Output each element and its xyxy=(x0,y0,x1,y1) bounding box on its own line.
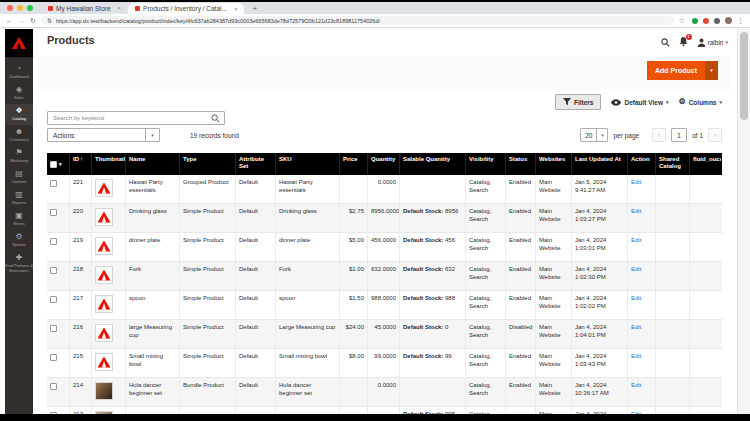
sidebar-item-stores[interactable]: ▣Stores xyxy=(5,209,33,230)
row-checkbox[interactable] xyxy=(50,296,57,303)
column-header-action[interactable]: Action xyxy=(627,153,655,175)
add-product-split-caret[interactable]: ▾ xyxy=(705,61,718,80)
user-menu[interactable]: ralbin ▾ xyxy=(697,38,728,47)
next-page-button[interactable]: › xyxy=(708,128,722,142)
extension-icon[interactable] xyxy=(714,18,720,24)
column-header-fluid-ouces[interactable]: fluid_ouces xyxy=(689,153,721,175)
column-header-visibility[interactable]: Visibility xyxy=(465,153,505,175)
sidebar-item-catalog[interactable]: ❖Catalog xyxy=(5,104,33,125)
filters-button[interactable]: Filters xyxy=(555,94,602,110)
edit-link[interactable]: Edit xyxy=(631,295,641,301)
address-bar[interactable]: ⇅ https://app.dx.test/backend/catalog/pr… xyxy=(41,16,674,25)
column-header-salable-quantity[interactable]: Salable Quantity xyxy=(399,153,465,175)
default-view-button[interactable]: Default View ▾ xyxy=(611,99,668,106)
column-header-price[interactable]: Price xyxy=(339,153,367,175)
sidebar-item-system[interactable]: ⚙System xyxy=(5,230,33,251)
new-tab-button[interactable]: + xyxy=(252,4,257,13)
row-checkbox[interactable] xyxy=(50,238,57,245)
magento-logo[interactable] xyxy=(5,29,33,57)
sidebar-item-reports[interactable]: ▥Reports xyxy=(5,188,33,209)
row-checkbox[interactable] xyxy=(50,412,57,414)
columns-button[interactable]: ⚙ Columns ▾ xyxy=(679,98,723,106)
search-icon[interactable] xyxy=(211,114,220,123)
cell-name: Small mixing bowl xyxy=(125,349,179,377)
sales-icon: ◈ xyxy=(16,86,22,94)
column-header-shared-catalog[interactable]: Shared Catalog xyxy=(655,153,689,175)
row-checkbox[interactable] xyxy=(50,383,57,390)
row-checkbox[interactable] xyxy=(50,354,57,361)
add-product-button[interactable]: Add Product ▾ xyxy=(647,61,718,80)
select-all-checkbox[interactable] xyxy=(50,161,57,168)
cell-fluid_ouces xyxy=(689,175,721,203)
row-checkbox[interactable] xyxy=(50,325,57,332)
cell-visibility: Catalog, Search xyxy=(465,262,505,290)
column-header-websites[interactable]: Websites xyxy=(535,153,571,175)
actions-dropdown[interactable]: Actions ▾ xyxy=(47,128,160,142)
column-header-id[interactable]: ID↑ xyxy=(69,153,91,175)
browser-tab-store[interactable]: My Hawaiian Store × xyxy=(41,2,128,14)
cell-price: $5.00 xyxy=(339,233,367,261)
close-window-button[interactable] xyxy=(7,5,13,11)
screenshot-root: My Hawaiian Store × Products / Inventory… xyxy=(0,0,750,421)
reload-icon[interactable]: ↻ xyxy=(30,17,36,24)
scrollbar[interactable] xyxy=(737,28,750,414)
bookmark-icon[interactable]: ☆ xyxy=(679,17,685,25)
sidebar-item-customers[interactable]: ☻Customers xyxy=(5,125,33,146)
edit-link[interactable]: Edit xyxy=(631,411,641,414)
per-page-select[interactable]: 20 ▾ xyxy=(580,128,608,142)
extension-icon[interactable] xyxy=(703,18,709,24)
global-search-icon[interactable] xyxy=(661,38,670,47)
back-icon[interactable]: ← xyxy=(6,17,13,24)
column-header-type[interactable]: Type xyxy=(179,153,235,175)
edit-link[interactable]: Edit xyxy=(631,266,641,272)
sidebar-item-content[interactable]: ▤Content xyxy=(5,167,33,188)
edit-link[interactable]: Edit xyxy=(631,324,641,330)
tab-title: Products / Inventory / Catal... xyxy=(143,5,227,12)
adobe-logo-icon xyxy=(98,270,111,281)
page-number-input[interactable] xyxy=(671,128,687,142)
browser-tab-products[interactable]: Products / Inventory / Catal... × xyxy=(128,3,244,14)
close-tab-icon[interactable]: × xyxy=(118,5,122,11)
previous-page-button[interactable]: ‹ xyxy=(652,128,666,142)
select-all-header[interactable]: ▾ xyxy=(47,153,69,175)
sidebar-item-dashboard[interactable]: ◔Dashboard xyxy=(5,62,33,83)
cell-type: Simple Product xyxy=(179,349,235,377)
maximize-window-button[interactable] xyxy=(27,5,33,11)
row-checkbox[interactable] xyxy=(50,180,57,187)
extension-icon[interactable] xyxy=(692,18,698,24)
sidebar-item-label: Find Partners & Extensions xyxy=(5,263,33,273)
profile-avatar[interactable] xyxy=(725,17,732,24)
close-tab-icon[interactable]: × xyxy=(234,6,238,12)
column-header-status[interactable]: Status xyxy=(505,153,535,175)
cell-type: Simple Product xyxy=(179,291,235,319)
cell-quantity: 632.0000 xyxy=(367,262,399,290)
browser-menu-icon[interactable]: ⋮ xyxy=(737,17,744,25)
search-input[interactable] xyxy=(48,115,211,121)
column-header-sku[interactable]: SKU xyxy=(275,153,339,175)
column-header-quantity[interactable]: Quantity xyxy=(367,153,399,175)
cell-thumb xyxy=(91,349,125,377)
site-settings-icon[interactable]: ⇅ xyxy=(47,17,52,24)
column-header-thumbnail[interactable]: Thumbnail xyxy=(91,153,125,175)
sidebar-item-sales[interactable]: ◈Sales xyxy=(5,83,33,104)
cell-salable: Default Stock: 8956 xyxy=(399,204,465,232)
column-header-last-updated-at[interactable]: Last Updated At xyxy=(571,153,627,175)
minimize-window-button[interactable] xyxy=(17,5,23,11)
sidebar-item-find-partners-extensions[interactable]: ✚Find Partners & Extensions xyxy=(5,251,33,277)
edit-link[interactable]: Edit xyxy=(631,237,641,243)
edit-link[interactable]: Edit xyxy=(631,353,641,359)
edit-link[interactable]: Edit xyxy=(631,208,641,214)
row-checkbox[interactable] xyxy=(50,267,57,274)
column-header-attribute-set[interactable]: Attribute Set xyxy=(235,153,275,175)
notifications-bell-icon[interactable]: 1 xyxy=(679,37,688,47)
sidebar-item-marketing[interactable]: ⚑Marketing xyxy=(5,146,33,167)
column-header-name[interactable]: Name xyxy=(125,153,179,175)
cell-action: Edit xyxy=(627,175,655,203)
cell-name: spoon xyxy=(125,291,179,319)
edit-link[interactable]: Edit xyxy=(631,382,641,388)
edit-link[interactable]: Edit xyxy=(631,179,641,185)
forward-icon[interactable]: → xyxy=(18,17,25,24)
cell-type: Simple Product xyxy=(179,233,235,261)
scrollbar-thumb[interactable] xyxy=(740,32,748,120)
row-checkbox[interactable] xyxy=(50,209,57,216)
